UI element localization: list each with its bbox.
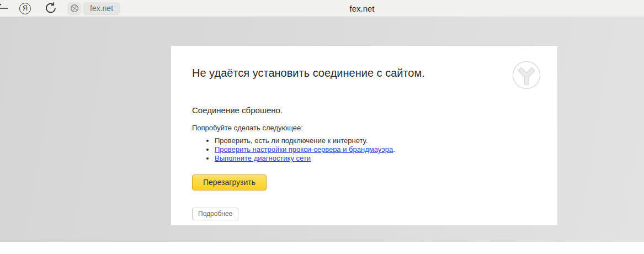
- window-title: fex.net: [349, 4, 374, 13]
- error-page-background: Не удаётся установить соединение с сайто…: [0, 17, 644, 242]
- reload-icon[interactable]: [45, 2, 57, 14]
- reload-button[interactable]: Перезагрузить: [192, 174, 267, 190]
- error-card: Не удаётся установить соединение с сайто…: [171, 46, 557, 225]
- suggestions-list: Проверить, есть ли подключение к интерне…: [192, 136, 541, 163]
- yandex-letter: Я: [23, 5, 28, 12]
- yandex-browser-logo-icon: [512, 61, 541, 92]
- error-card-header: Не удаётся установить соединение с сайто…: [192, 64, 541, 92]
- site-favicon-pill[interactable]: [67, 2, 81, 15]
- browser-toolbar: Я fex.net fex.net: [0, 0, 644, 17]
- suggestion-text: Проверить, есть ли подключение к интерне…: [215, 136, 368, 145]
- suggestion-item-proxy: Проверить настройки прокси-сервера и бра…: [215, 145, 541, 154]
- error-title: Не удаётся установить соединение с сайто…: [192, 66, 425, 80]
- suggestion-suffix: .: [393, 145, 395, 154]
- globe-icon: [70, 4, 79, 13]
- proxy-settings-link[interactable]: Проверить настройки прокси-сервера и бра…: [215, 145, 393, 154]
- browser-window: Я fex.net fex.net Не удаётся установить …: [0, 0, 644, 254]
- address-tab[interactable]: fex.net: [83, 2, 120, 15]
- suggestion-item-diagnostics: Выполните диагностику сети: [215, 154, 541, 163]
- details-row: Подробнее: [192, 208, 541, 220]
- error-subtitle: Соединение сброшено.: [192, 105, 541, 115]
- details-button[interactable]: Подробнее: [192, 208, 238, 220]
- back-icon[interactable]: [0, 2, 9, 15]
- yandex-home-button[interactable]: Я: [19, 3, 31, 14]
- network-diagnostics-link[interactable]: Выполните диагностику сети: [215, 154, 311, 162]
- suggestions-heading: Попробуйте сделать следующее:: [192, 124, 541, 132]
- suggestion-item-internet: Проверить, есть ли подключение к интерне…: [215, 136, 541, 145]
- bottom-strip: [0, 242, 644, 254]
- address-tab-label: fex.net: [90, 4, 113, 13]
